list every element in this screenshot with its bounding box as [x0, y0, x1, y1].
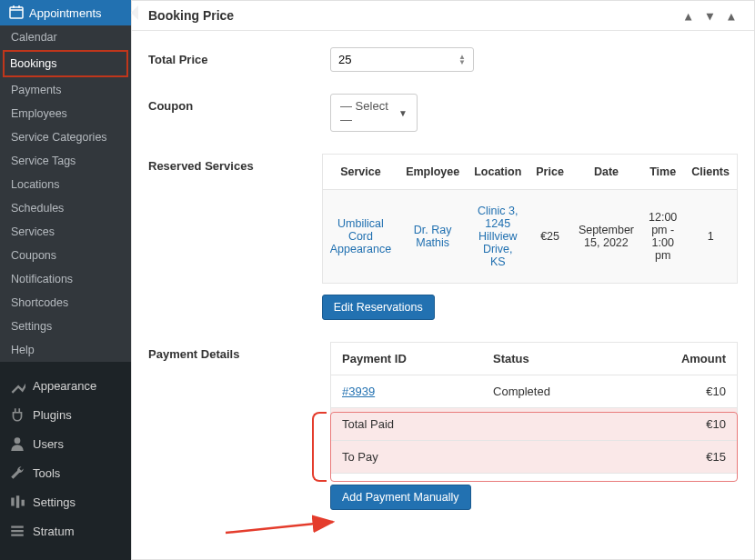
sidebar-item-locations[interactable]: Locations: [0, 173, 131, 196]
col-price: Price: [528, 155, 571, 190]
total-price-value[interactable]: [338, 53, 438, 66]
total-paid-value: €10: [620, 408, 738, 441]
payment-amount: €10: [620, 375, 738, 408]
mainmenu-item-tools[interactable]: Tools: [0, 458, 131, 487]
svg-rect-6: [16, 495, 19, 508]
total-paid-label: Total Paid: [331, 408, 483, 441]
cell-location[interactable]: Clinic 3, 1245 Hillview Drive, KS: [467, 190, 528, 284]
sidebar-header-appointments[interactable]: Appointments: [0, 0, 131, 25]
sidebar-item-service-tags[interactable]: Service Tags: [0, 149, 131, 173]
col-employee: Employee: [398, 155, 467, 190]
sidebar-item-employees[interactable]: Employees: [0, 102, 131, 125]
sidebar-item-coupons[interactable]: Coupons: [0, 244, 131, 267]
payment-details-label: Payment Details: [148, 342, 330, 361]
coupon-placeholder: — Select —: [340, 99, 398, 126]
sidebar-item-settings[interactable]: Settings: [0, 315, 131, 338]
users-icon: [9, 435, 25, 452]
sidebar-item-shortcodes[interactable]: Shortcodes: [0, 291, 131, 315]
total-price-label: Total Price: [148, 47, 330, 66]
appearance-icon: [9, 377, 25, 394]
payment-id-link[interactable]: #3939: [342, 385, 375, 398]
settings-icon: [9, 494, 25, 510]
sidebar-item-bookings[interactable]: Bookings: [3, 50, 128, 77]
sidebar-item-services[interactable]: Services: [0, 220, 131, 244]
col-clients: Clients: [684, 155, 737, 190]
sidebar-item-calendar[interactable]: Calendar: [0, 25, 131, 49]
svg-rect-0: [10, 7, 23, 18]
mainmenu-item-users[interactable]: Users: [0, 429, 131, 458]
panel-header: Booking Price ▲ ▼ ▲: [132, 1, 754, 31]
stratum-icon: [9, 523, 25, 539]
chevron-down-icon: ▼: [398, 108, 408, 118]
col-amount: Amount: [620, 343, 738, 375]
cell-service[interactable]: Umbilical Cord Appearance: [322, 190, 398, 284]
panel-title: Booking Price: [148, 8, 234, 23]
panel-toggle-icon[interactable]: ▲: [725, 9, 738, 23]
payment-details-table: Payment ID Status Amount #3939 Completed…: [330, 342, 738, 474]
panel-down-icon[interactable]: ▼: [703, 9, 716, 23]
svg-rect-5: [11, 498, 14, 506]
col-date: Date: [571, 155, 641, 190]
total-price-input[interactable]: ▲▼: [330, 47, 474, 72]
sidebar-item-service-categories[interactable]: Service Categories: [0, 125, 131, 149]
sidebar-item-payments[interactable]: Payments: [0, 78, 131, 102]
add-payment-manually-button[interactable]: Add Payment Manually: [330, 485, 471, 510]
to-pay-row: To Pay €15: [331, 441, 738, 474]
cell-date: September 15, 2022: [571, 190, 641, 284]
col-payment-id: Payment ID: [331, 343, 483, 375]
svg-point-4: [15, 437, 21, 444]
tools-icon: [9, 465, 25, 481]
mainmenu-item-settings[interactable]: Settings: [0, 487, 131, 516]
mainmenu-item-stratum[interactable]: Stratum: [0, 516, 131, 545]
sidebar-item-notifications[interactable]: Notifications: [0, 267, 131, 291]
svg-rect-7: [22, 500, 25, 506]
cell-employee[interactable]: Dr. Ray Mathis: [398, 190, 467, 284]
coupon-label: Coupon: [148, 94, 330, 113]
spinner-icon[interactable]: ▲▼: [458, 55, 466, 65]
to-pay-value: €15: [620, 441, 738, 474]
to-pay-label: To Pay: [331, 441, 483, 474]
sidebar-header-label: Appointments: [29, 6, 102, 20]
reserved-services-table: ServiceEmployeeLocationPriceDateTimeClie…: [322, 154, 738, 284]
mainmenu-item-plugins[interactable]: Plugins: [0, 400, 131, 429]
reserved-services-label: Reserved Services: [148, 154, 322, 173]
sidebar-item-help[interactable]: Help: [0, 338, 131, 362]
col-location: Location: [467, 155, 528, 190]
table-row: Umbilical Cord Appearance Dr. Ray Mathis…: [322, 190, 737, 284]
mainmenu-item-appearance[interactable]: Appearance: [0, 371, 131, 400]
plugins-icon: [9, 406, 25, 423]
col-time: Time: [641, 155, 684, 190]
payment-row: #3939 Completed €10: [331, 375, 738, 408]
payment-status: Completed: [482, 375, 620, 408]
cell-clients: 1: [684, 190, 737, 284]
edit-reservations-button[interactable]: Edit Reservations: [322, 295, 435, 320]
coupon-select[interactable]: — Select — ▼: [330, 94, 418, 132]
cell-time: 12:00 pm - 1:00 pm: [641, 190, 684, 284]
total-paid-row: Total Paid €10: [331, 408, 738, 441]
panel-up-icon[interactable]: ▲: [682, 9, 695, 23]
col-status: Status: [482, 343, 620, 375]
cell-price: €25: [528, 190, 571, 284]
col-service: Service: [322, 155, 398, 190]
sidebar-item-schedules[interactable]: Schedules: [0, 196, 131, 220]
